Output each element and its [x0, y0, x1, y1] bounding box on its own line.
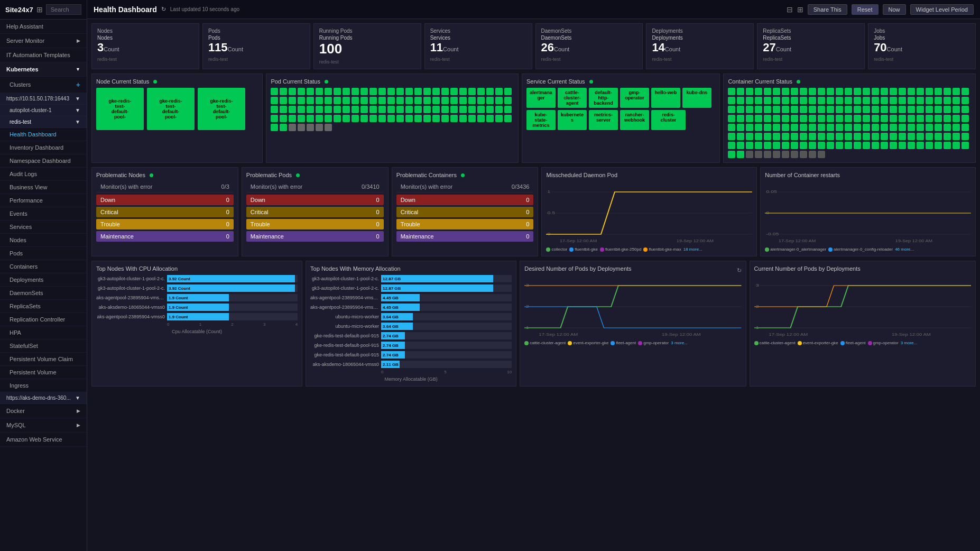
daemonsets-summary-card[interactable]: DaemonSets DaemonSets 26Count redis-test: [535, 23, 643, 69]
prob-containers-trouble[interactable]: Trouble 0: [396, 219, 534, 229]
prob-nodes-trouble[interactable]: Trouble 0: [96, 219, 234, 229]
sidebar-item-daemonsets[interactable]: DaemonSets: [0, 287, 87, 300]
redis-test-cluster[interactable]: redis-test ▼: [0, 116, 87, 128]
sidebar-item-deployments[interactable]: Deployments: [0, 273, 87, 287]
share-button[interactable]: Share This: [808, 4, 847, 15]
sidebar-item-kubernetes[interactable]: Kubernetes ▼: [0, 62, 87, 77]
nodes-summary-card[interactable]: Nodes Nodes 3Count redis-test: [91, 23, 199, 69]
sidebar-item-performance[interactable]: Performance: [0, 194, 87, 207]
search-input[interactable]: [46, 4, 81, 15]
container-dot: [863, 142, 870, 149]
service-metrics[interactable]: metrics-server: [589, 110, 618, 130]
sidebar-item-replicasets[interactable]: ReplicaSets: [0, 300, 87, 313]
pod-dot: [504, 106, 512, 113]
sidebar-item-amazon-web[interactable]: Amazon Web Service: [0, 433, 87, 447]
pod-dot: [325, 124, 332, 131]
node-card-2[interactable]: gke-redis-test-default-pool-: [147, 88, 195, 130]
container-dot: [728, 106, 735, 113]
sidebar-item-events[interactable]: Events: [0, 207, 87, 221]
replicasets-summary-card[interactable]: ReplicaSets ReplicaSets 27Count redis-te…: [757, 23, 865, 69]
container-dot: [836, 115, 843, 122]
node-card-3[interactable]: gke-redis-test-default-pool-: [198, 88, 245, 130]
prob-pods-maintenance[interactable]: Maintenance 0: [246, 231, 384, 242]
prob-pods-trouble[interactable]: Trouble 0: [246, 219, 384, 229]
period-button[interactable]: Widget Level Period: [910, 4, 974, 15]
running-pods-summary-card[interactable]: Running Pods Running Pods 100 redis-test: [313, 23, 421, 69]
prob-containers-down[interactable]: Down 0: [396, 195, 534, 205]
desired-pods-title: Desired Number of Pods by Deployments: [524, 265, 631, 272]
pod-dot: [396, 88, 404, 95]
pod-dot: [432, 106, 440, 113]
sidebar-item-pods[interactable]: Pods: [0, 247, 87, 260]
aks-demo-cluster[interactable]: https://aks-demo-dns-360... ▼: [0, 392, 87, 404]
sidebar-item-docker[interactable]: Docker ▶: [0, 404, 87, 418]
prob-nodes-critical[interactable]: Critical 0: [96, 207, 234, 217]
sidebar-item-inventory-dashboard[interactable]: Inventory Dashboard: [0, 141, 87, 154]
sidebar-item-statefulset[interactable]: StatefulSet: [0, 339, 87, 353]
reset-button[interactable]: Reset: [852, 4, 879, 15]
container-dot: [890, 106, 897, 113]
services-summary-card[interactable]: Services Services 11Count redis-test: [424, 23, 532, 69]
service-hello-web[interactable]: hello-web: [651, 88, 680, 108]
service-redis[interactable]: redis-cluster: [651, 110, 686, 130]
prob-containers-critical[interactable]: Critical 0: [396, 207, 534, 217]
container-dot: [764, 151, 771, 158]
cpu-bar-label: gk3-autopilot-cluster-1-pool-2-c.: [96, 276, 165, 281]
refresh-icon[interactable]: ↻: [161, 6, 166, 13]
prob-pods-down[interactable]: Down 0: [246, 195, 384, 205]
sidebar-item-replication-controller[interactable]: Replication Controller: [0, 313, 87, 326]
prob-containers-maintenance[interactable]: Maintenance 0: [396, 231, 534, 242]
prob-pods-critical[interactable]: Critical 0: [246, 207, 384, 217]
sidebar-item-health-dashboard[interactable]: Health Dashboard: [0, 128, 87, 141]
pods-summary-card[interactable]: Pods Pods 115Count redis-test: [202, 23, 310, 69]
container-dot: [809, 88, 816, 95]
sidebar-item-mysql[interactable]: MySQL ▶: [0, 418, 87, 433]
sidebar-item-persistent-volume[interactable]: Persistent Volume: [0, 366, 87, 379]
container-dot: [872, 106, 879, 113]
sidebar-item-namespace-dashboard[interactable]: Namespace Dashboard: [0, 154, 87, 168]
sidebar-item-services[interactable]: Services: [0, 221, 87, 234]
service-alertmanager[interactable]: alertmanager: [526, 88, 556, 108]
service-gmp[interactable]: gmp-operator: [620, 88, 649, 108]
cpu-bar-value: 1.9 Count: [167, 296, 188, 300]
now-button[interactable]: Now: [883, 4, 906, 15]
sidebar-item-business-view[interactable]: Business View: [0, 181, 87, 194]
pod-dot: [360, 106, 368, 113]
pod-dot: [468, 88, 476, 95]
container-dot: [854, 115, 861, 122]
sidebar-item-ingress[interactable]: Ingress: [0, 379, 87, 392]
desired-pods-refresh[interactable]: ↻: [737, 267, 742, 274]
container-dot: [863, 97, 870, 104]
sidebar-item-hpa[interactable]: HPA: [0, 326, 87, 339]
autopilot-cluster[interactable]: autopilot-cluster-1 ▼: [0, 105, 87, 116]
layout-icon[interactable]: ⊞: [797, 5, 803, 14]
service-kubernetes[interactable]: kubernetes: [558, 110, 587, 130]
container-dot: [773, 124, 780, 131]
sidebar-item-server-monitor[interactable]: Server Monitor ▶: [0, 34, 87, 48]
sidebar-item-nodes[interactable]: Nodes: [0, 234, 87, 247]
chevron-right-icon-2: ▶: [77, 408, 80, 414]
deployments-summary-card[interactable]: Deployments Deployments 14Count redis-te…: [646, 23, 754, 69]
service-rancher[interactable]: rancher-webhook: [620, 110, 649, 130]
jobs-summary-card[interactable]: Jobs Jobs 70Count redis-test: [868, 23, 976, 69]
add-cluster-icon[interactable]: +: [76, 80, 80, 89]
cluster-url[interactable]: https://10.51.50.178:16443 ▼: [0, 93, 87, 105]
filter-icon[interactable]: ⊟: [787, 5, 793, 14]
service-kube-state[interactable]: kube-state-metrics: [526, 110, 556, 130]
sidebar-item-audit-logs[interactable]: Audit Logs: [0, 168, 87, 181]
container-dot: [764, 124, 771, 131]
memory-bar-value: 3.64 GB: [381, 315, 399, 319]
service-cattle[interactable]: cattle-cluster-agent: [558, 88, 587, 108]
sidebar-item-containers[interactable]: Containers: [0, 260, 87, 273]
service-kube-dns[interactable]: kube-dns: [682, 88, 711, 108]
sidebar-item-pvc[interactable]: Persistent Volume Claim: [0, 353, 87, 366]
sidebar-item-clusters[interactable]: Clusters +: [0, 77, 87, 93]
pod-dot: [352, 106, 359, 113]
prob-nodes-down[interactable]: Down 0: [96, 195, 234, 205]
service-default-http[interactable]: default-http-backend: [589, 88, 618, 108]
sidebar-item-help-assistant[interactable]: Help Assistant: [0, 20, 87, 34]
sidebar-item-it-automation[interactable]: IT Automation Templates: [0, 48, 87, 62]
node-card-1[interactable]: gke-redis-test-default-pool-: [96, 88, 144, 130]
prob-nodes-maintenance[interactable]: Maintenance 0: [96, 231, 234, 242]
container-dot: [953, 124, 960, 131]
